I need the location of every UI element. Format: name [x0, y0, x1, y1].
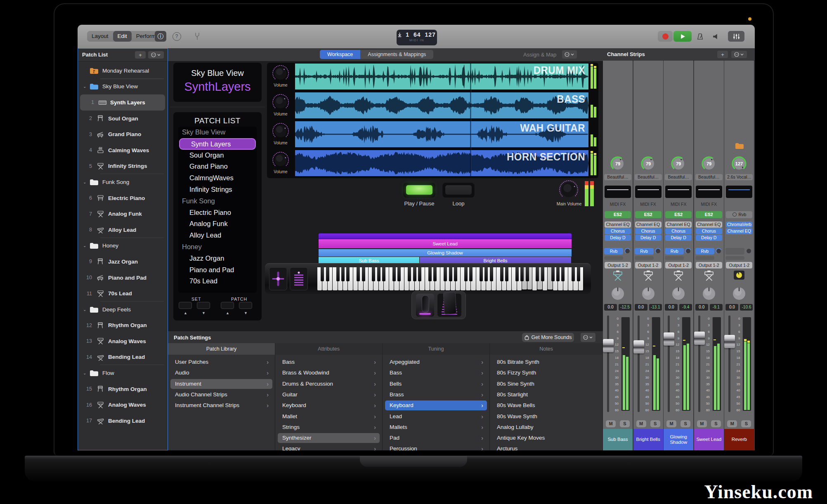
black-key[interactable]: [484, 267, 488, 281]
eq-thumbnail[interactable]: [605, 186, 631, 198]
insert-slot[interactable]: ChromaVerb: [726, 221, 752, 228]
send-knob[interactable]: [716, 248, 722, 256]
black-key[interactable]: [505, 267, 508, 281]
patch-list-menu-button[interactable]: [148, 51, 164, 59]
preset-label[interactable]: Beautiful…: [665, 174, 692, 180]
pan-value[interactable]: 0.0: [695, 304, 708, 311]
patch-settings-menu-button[interactable]: [581, 333, 595, 342]
widget-patch-electric-piano[interactable]: Electric Piano: [178, 207, 257, 219]
browser-item-bells[interactable]: Bells›: [385, 379, 487, 389]
browser-item-bass[interactable]: Bass›: [278, 357, 380, 367]
strip-level-knob[interactable]: 127: [731, 156, 747, 173]
browser-item-instrument[interactable]: Instrument›: [170, 379, 272, 389]
sidebar-patch-bending-lead[interactable]: 17Bending Lead: [78, 413, 167, 429]
browser-item-pad[interactable]: Pad›: [385, 433, 487, 443]
tab-attributes[interactable]: Attributes: [275, 343, 383, 355]
black-key[interactable]: [561, 267, 565, 281]
browser-item-strings[interactable]: Strings›: [278, 422, 380, 432]
playhead[interactable]: [470, 64, 471, 176]
black-key[interactable]: [536, 267, 539, 281]
sidebar-patch-analog-waves[interactable]: 16Analog Waves: [78, 397, 167, 413]
sidebar-patch-analog-waves[interactable]: 13Analog Waves: [78, 333, 167, 349]
black-key[interactable]: [362, 267, 365, 281]
mute-button[interactable]: M: [727, 420, 737, 427]
widget-patch-grand-piano[interactable]: Grand Piano: [178, 161, 257, 172]
black-key[interactable]: [326, 267, 329, 281]
browser-item-bass[interactable]: Bass›: [385, 368, 487, 378]
black-key[interactable]: [551, 267, 555, 281]
track-volume-knob[interactable]: [272, 151, 290, 171]
black-key[interactable]: [321, 267, 324, 281]
speaker-icon[interactable]: [710, 31, 721, 42]
sidebar-patch-infinity-strings[interactable]: 5Infinity Strings: [78, 158, 167, 174]
solo-button[interactable]: S: [711, 420, 721, 427]
browser-item-antique-key-moves[interactable]: Antique Key Moves: [492, 433, 600, 443]
browser-item-legacy[interactable]: Legacy›: [278, 444, 380, 450]
browser-item-analog-lullaby[interactable]: Analog Lullaby: [492, 422, 600, 432]
fader-track[interactable]: [728, 316, 730, 412]
eq-thumbnail[interactable]: [665, 186, 692, 198]
send-knob[interactable]: [655, 248, 661, 256]
black-key[interactable]: [392, 267, 396, 281]
fader-track[interactable]: [668, 316, 670, 412]
main-volume-knob[interactable]: [558, 179, 579, 202]
insert-slot[interactable]: Chorus: [696, 228, 722, 234]
mod-wheel[interactable]: [290, 267, 308, 290]
mute-button[interactable]: M: [606, 420, 616, 427]
insert-slot[interactable]: Channel EQ: [605, 221, 631, 228]
mode-tab-layout[interactable]: Layout: [87, 31, 113, 42]
browser-item-80s-starlight[interactable]: 80s Starlight: [492, 390, 600, 400]
track-horn-section[interactable]: HORN SECTION: [295, 150, 588, 176]
eq-thumbnail[interactable]: [635, 186, 662, 198]
sidebar-set-honey[interactable]: ⌄Honey: [78, 238, 167, 254]
sidebar-patch-jazz-organ[interactable]: 9Jazz Organ: [78, 254, 167, 270]
gain-value[interactable]: -13.1: [649, 304, 662, 311]
track-wah-guitar[interactable]: WAH GUITAR: [295, 121, 588, 147]
sustain-pedal[interactable]: [416, 294, 434, 317]
patch-up-button[interactable]: [239, 302, 252, 309]
tab-patch-library[interactable]: Patch Library: [168, 343, 275, 355]
gain-value[interactable]: -10.6: [740, 304, 753, 311]
browser-item-80s-fizzy-synth[interactable]: 80s Fizzy Synth: [492, 368, 600, 378]
black-key[interactable]: [449, 267, 452, 281]
widget-set-honey[interactable]: Honey: [178, 241, 257, 253]
track-drum-mix[interactable]: DRUM MIX: [295, 64, 588, 89]
black-key[interactable]: [572, 267, 575, 281]
volume-fader[interactable]: [664, 332, 674, 346]
sidebar-patch-rhythm-organ[interactable]: 12Rhythm Organ: [78, 318, 167, 334]
send-slot[interactable]: Rvb: [665, 248, 684, 254]
solo-button[interactable]: S: [681, 420, 690, 427]
gain-value[interactable]: -12.5: [619, 304, 631, 311]
preset-label[interactable]: Beautiful…: [635, 174, 662, 180]
widget-patch-synth-layers[interactable]: Synth Layers: [179, 138, 256, 150]
browser-item-audio-channel-strips[interactable]: Audio Channel Strips›: [170, 390, 272, 400]
black-key[interactable]: [346, 267, 350, 281]
insert-slot[interactable]: Chorus: [635, 228, 662, 234]
sidebar-set-flow[interactable]: ⌄Flow: [78, 365, 167, 381]
output-slot[interactable]: Output 1-2: [696, 262, 722, 268]
layer-top-bar[interactable]: [319, 233, 572, 239]
solo-button[interactable]: S: [620, 420, 630, 427]
set-up-button[interactable]: [197, 302, 210, 309]
pan-knob[interactable]: [641, 286, 656, 303]
black-key[interactable]: [357, 267, 360, 281]
black-key[interactable]: [577, 267, 580, 281]
black-key[interactable]: [469, 267, 473, 281]
track-volume-knob[interactable]: [272, 93, 290, 113]
tab-tuning[interactable]: Tuning: [383, 343, 490, 355]
widget-patch-jazz-organ[interactable]: Jazz Organ: [178, 253, 257, 264]
strip-level-knob[interactable]: 79: [640, 156, 656, 173]
insert-slot[interactable]: Delay D: [605, 235, 631, 241]
insert-slot[interactable]: Chorus: [665, 228, 692, 234]
black-key[interactable]: [336, 267, 340, 281]
black-key[interactable]: [413, 267, 416, 281]
pan-knob[interactable]: [671, 286, 686, 303]
pan-value[interactable]: 0.0: [725, 304, 738, 311]
insert-slot[interactable]: Delay D: [696, 235, 722, 241]
black-key[interactable]: [418, 267, 421, 281]
track-volume-knob[interactable]: [272, 64, 290, 84]
pan-value[interactable]: 0.0: [665, 304, 678, 311]
play-icon[interactable]: [673, 31, 692, 42]
preset-label[interactable]: Beautiful…: [695, 174, 723, 180]
insert-slot[interactable]: Chorus: [605, 228, 631, 234]
